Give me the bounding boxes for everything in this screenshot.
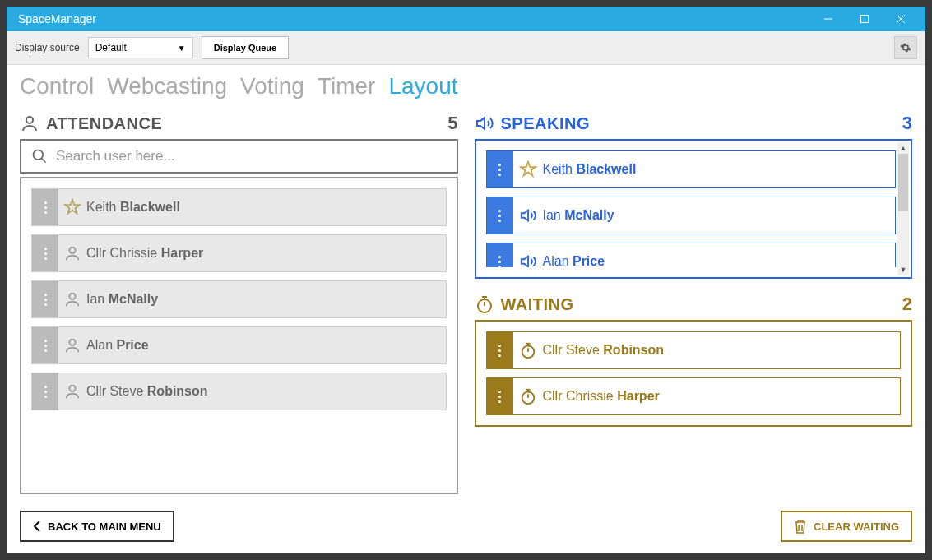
attendee-name: Cllr Chrissie Harper (86, 246, 203, 261)
speaking-count: 3 (902, 113, 912, 134)
attendance-list: Keith BlackwellCllr Chrissie HarperIan M… (20, 177, 458, 494)
toolbar: Display source Default ▼ Display Queue (7, 31, 925, 65)
attendance-item[interactable]: Cllr Steve Robinson (31, 373, 447, 410)
scrollbar[interactable]: ▲ ▼ (897, 142, 909, 275)
waiting-header: WAITING 2 (475, 294, 913, 315)
drag-handle[interactable] (487, 151, 513, 187)
scroll-up-icon[interactable]: ▲ (897, 142, 909, 154)
attendance-item[interactable]: Ian McNally (31, 280, 447, 318)
speaker-icon (475, 113, 494, 133)
drag-handle[interactable] (487, 243, 513, 267)
titlebar: SpaceManager (7, 7, 925, 31)
svg-point-4 (34, 150, 44, 160)
drag-handle[interactable] (487, 378, 513, 414)
minimize-button[interactable] (810, 7, 846, 31)
timer-icon (513, 341, 543, 359)
settings-button[interactable] (894, 36, 917, 59)
timer-icon (513, 387, 543, 405)
attendance-item[interactable]: Alan Price (31, 326, 447, 364)
speaker-name: Alan Price (543, 254, 605, 267)
speaking-item[interactable]: Ian McNally (486, 197, 897, 234)
display-source-label: Display source (15, 42, 80, 53)
svg-line-5 (42, 159, 46, 163)
trash-icon (794, 519, 807, 534)
speaking-item[interactable]: Keith Blackwell (486, 150, 897, 188)
drag-handle[interactable] (32, 235, 58, 271)
drag-handle[interactable] (32, 189, 58, 225)
attendee-name: Ian McNally (86, 292, 158, 307)
attendee-name: Cllr Steve Robinson (86, 384, 208, 399)
back-button[interactable]: BACK TO MAIN MENU (20, 511, 174, 542)
person-icon (20, 113, 39, 133)
speaking-item[interactable]: Alan Price (486, 243, 897, 267)
drag-handle[interactable] (487, 197, 513, 234)
waiting-item[interactable]: Cllr Steve Robinson (486, 331, 902, 369)
window-controls (810, 7, 919, 31)
star-icon (58, 198, 86, 216)
star-icon (513, 160, 543, 178)
chevron-left-icon (33, 521, 41, 532)
person-icon (58, 382, 86, 400)
scroll-thumb[interactable] (898, 154, 908, 211)
tab-layout[interactable]: Layout (388, 73, 457, 100)
drag-handle[interactable] (32, 373, 58, 410)
close-icon (897, 15, 905, 23)
minimize-icon (824, 15, 832, 23)
footer: BACK TO MAIN MENU CLEAR WAITING (7, 504, 925, 553)
drag-handle[interactable] (32, 281, 58, 317)
waiting-name: Cllr Chrissie Harper (543, 389, 660, 404)
waiting-count: 2 (902, 294, 912, 315)
attendee-name: Keith Blackwell (86, 200, 180, 215)
svg-rect-1 (861, 16, 869, 23)
tabs: ControlWebcastingVotingTimerLayout (7, 65, 925, 101)
clear-waiting-button[interactable]: CLEAR WAITING (781, 511, 912, 542)
search-input[interactable] (56, 148, 447, 164)
speaker-name: Ian McNally (543, 208, 614, 223)
attendance-header: ATTENDANCE 5 (20, 113, 458, 134)
timer-icon (475, 294, 494, 314)
search-icon (31, 148, 48, 164)
display-queue-button[interactable]: Display Queue (202, 36, 289, 59)
speaking-box: Keith BlackwellIan McNallyAlan Price ▲ ▼ (475, 139, 913, 279)
tab-control[interactable]: Control (20, 73, 94, 100)
app-window: SpaceManager Display source Default ▼ Di… (7, 7, 925, 553)
speaker-icon (513, 206, 543, 224)
drag-handle[interactable] (32, 327, 58, 363)
attendee-name: Alan Price (86, 338, 149, 353)
attendance-item[interactable]: Keith Blackwell (31, 188, 447, 226)
speaking-header: SPEAKING 3 (475, 113, 913, 134)
waiting-item[interactable]: Cllr Chrissie Harper (486, 377, 902, 415)
speaker-icon (513, 252, 543, 267)
person-icon (58, 244, 86, 262)
waiting-panel: WAITING 2 Cllr Steve RobinsonCllr Chriss… (475, 294, 913, 427)
scroll-down-icon[interactable]: ▼ (897, 264, 909, 275)
speaking-panel: SPEAKING 3 Keith BlackwellIan McNallyAla… (475, 113, 913, 279)
close-button[interactable] (883, 7, 919, 31)
tab-webcasting[interactable]: Webcasting (107, 73, 227, 100)
gear-icon (900, 42, 911, 53)
attendance-count: 5 (447, 113, 457, 134)
person-icon (58, 290, 86, 308)
search-box (20, 139, 458, 174)
speaker-name: Keith Blackwell (543, 162, 637, 177)
content: ATTENDANCE 5 Keith BlackwellCllr Chrissi… (7, 101, 925, 504)
person-icon (58, 336, 86, 354)
waiting-name: Cllr Steve Robinson (543, 343, 665, 358)
drag-handle[interactable] (487, 332, 513, 368)
attendance-panel: ATTENDANCE 5 Keith BlackwellCllr Chrissi… (20, 113, 458, 494)
tab-timer[interactable]: Timer (318, 73, 376, 100)
waiting-box: Cllr Steve RobinsonCllr Chrissie Harper (475, 320, 913, 427)
right-column: SPEAKING 3 Keith BlackwellIan McNallyAla… (475, 113, 913, 494)
maximize-icon (860, 15, 869, 23)
maximize-button[interactable] (846, 7, 883, 31)
tab-voting[interactable]: Voting (240, 73, 304, 100)
display-source-value: Default (95, 42, 127, 53)
chevron-down-icon: ▼ (178, 44, 186, 53)
window-title: SpaceManager (18, 12, 810, 25)
attendance-item[interactable]: Cllr Chrissie Harper (31, 234, 447, 272)
display-source-select[interactable]: Default ▼ (88, 37, 193, 58)
